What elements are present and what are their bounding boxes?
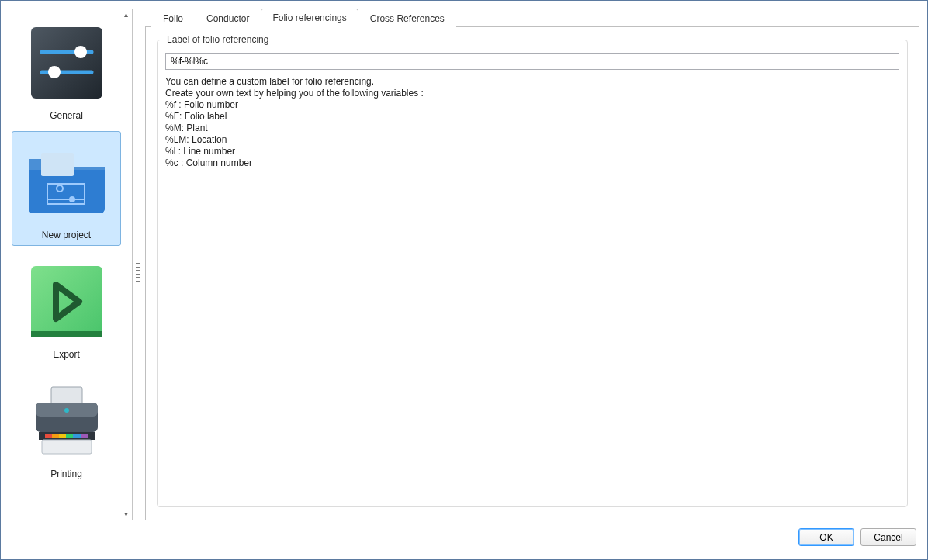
sidebar-item-label: General: [16, 110, 117, 121]
tab-bar: Folio Conductor Folio referencings Cross…: [145, 9, 919, 27]
ok-button[interactable]: OK: [798, 528, 854, 546]
svg-rect-11: [31, 331, 102, 337]
svg-rect-23: [81, 434, 88, 438]
scroll-down-arrow-icon[interactable]: ▾: [123, 510, 130, 518]
tab-folio[interactable]: Folio: [151, 9, 195, 27]
svg-rect-12: [51, 387, 82, 404]
label-of-folio-referencing-group: Label of folio referencing You can defin…: [157, 40, 908, 507]
general-settings-icon: [24, 20, 109, 105]
content-area: General: [9, 9, 919, 520]
svg-point-15: [64, 408, 69, 413]
main-panel: Folio Conductor Folio referencings Cross…: [145, 9, 919, 520]
dialog-button-bar: OK Cancel: [1, 528, 927, 550]
sidebar-item-label: New project: [16, 230, 117, 240]
splitter-handle[interactable]: [133, 9, 145, 520]
cancel-button[interactable]: Cancel: [860, 528, 916, 546]
sidebar-item-new-project[interactable]: New project: [12, 131, 121, 246]
groupbox-title: Label of folio referencing: [164, 34, 272, 45]
scroll-up-arrow-icon[interactable]: ▴: [123, 11, 130, 19]
tab-conductor[interactable]: Conductor: [195, 9, 261, 27]
svg-rect-21: [66, 434, 73, 438]
sidebar-scrollbar[interactable]: ▴ ▾: [122, 11, 130, 518]
svg-rect-20: [59, 434, 66, 438]
tab-folio-referencings[interactable]: Folio referencings: [261, 9, 358, 27]
tab-content: Label of folio referencing You can defin…: [145, 27, 919, 520]
tab-cross-references[interactable]: Cross References: [358, 9, 456, 27]
category-sidebar: General: [9, 9, 133, 520]
help-text: You can define a custom label for folio …: [165, 76, 899, 169]
folio-referencing-label-input[interactable]: [165, 53, 899, 70]
svg-point-2: [74, 46, 87, 58]
svg-rect-22: [73, 434, 81, 438]
sidebar-item-label: Export: [16, 349, 117, 360]
svg-rect-10: [31, 266, 102, 337]
settings-dialog: General: [0, 0, 928, 560]
svg-rect-5: [41, 153, 74, 176]
svg-point-9: [70, 197, 74, 202]
svg-rect-0: [31, 27, 102, 99]
svg-rect-24: [42, 440, 92, 454]
export-icon: [24, 259, 109, 344]
sidebar-item-general[interactable]: General: [12, 12, 121, 126]
svg-rect-18: [45, 434, 52, 438]
new-project-folder-icon: [24, 140, 109, 225]
sidebar-item-label: Printing: [16, 468, 117, 479]
svg-point-4: [48, 66, 61, 78]
sidebar-item-printing[interactable]: Printing: [12, 370, 121, 485]
printer-icon: [24, 379, 109, 464]
svg-rect-19: [52, 434, 59, 438]
sidebar-item-export[interactable]: Export: [12, 251, 121, 365]
